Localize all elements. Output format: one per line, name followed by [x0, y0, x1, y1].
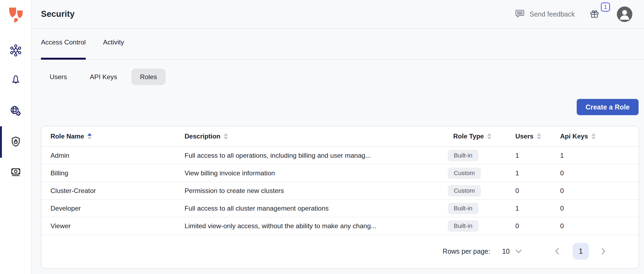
column-header-api-keys[interactable]: Api Keys [560, 133, 639, 140]
subtab-users[interactable]: Users [41, 69, 76, 85]
shield-lock-icon [9, 135, 22, 149]
app-logo-icon[interactable] [7, 5, 24, 23]
next-page-button[interactable] [600, 247, 607, 256]
pagination: Rows per page: 10 1 [42, 235, 639, 267]
table-header-row: Role Name Description Role Type Users Ap… [42, 126, 639, 147]
sort-icon [224, 133, 228, 140]
sidebar-item-alerts[interactable] [0, 67, 31, 92]
cluster-icon [9, 44, 22, 58]
subtab-api-keys[interactable]: API Keys [81, 69, 126, 85]
role-type-badge: Custom [448, 185, 481, 196]
sort-icon [537, 133, 541, 140]
sidebar-item-clusters[interactable] [0, 38, 31, 63]
description-cell: Full access to all operations, including… [185, 152, 453, 159]
create-role-button[interactable]: Create a Role [577, 99, 639, 115]
sidebar-item-network[interactable] [0, 99, 31, 124]
avatar[interactable] [617, 7, 632, 22]
table-row: Admin Full access to all operations, inc… [42, 147, 639, 165]
tab-access-control[interactable]: Access Control [41, 29, 86, 60]
users-count-cell: 1 [515, 169, 560, 177]
sort-icon [487, 133, 491, 140]
table-row: Developer Full access to all cluster man… [42, 200, 639, 217]
subtab-bar: Users API Keys Roles [41, 69, 644, 85]
actions-row: Create a Role [32, 99, 639, 115]
rows-per-page-value: 10 [502, 247, 510, 255]
role-name-cell: Admin [50, 152, 185, 159]
users-count-cell: 0 [515, 222, 560, 230]
send-feedback-label: Send feedback [529, 10, 575, 18]
table-row: Cluster-Creator Permission to create new… [42, 182, 639, 200]
gift-button[interactable]: 1 [589, 8, 600, 20]
previous-page-button[interactable] [554, 247, 561, 256]
globe-gear-icon [9, 105, 22, 119]
description-cell: Limited view-only access, without the ab… [185, 222, 453, 230]
api-keys-count-cell: 0 [560, 222, 639, 230]
tab-bar: Access Control Activity [32, 29, 644, 60]
sidebar-item-security[interactable] [0, 130, 31, 154]
api-keys-count-cell: 0 [560, 205, 639, 212]
sort-icon [591, 133, 596, 140]
column-header-role-name[interactable]: Role Name [50, 133, 185, 140]
api-keys-count-cell: 0 [560, 187, 639, 195]
role-type-badge: Built-in [448, 150, 478, 161]
table-row: Viewer Limited view-only access, without… [42, 217, 639, 235]
rows-per-page-label: Rows per page: [443, 247, 490, 255]
api-keys-count-cell: 1 [560, 152, 639, 159]
main-content: Security Send feedback [32, 0, 644, 274]
role-name-cell: Cluster-Creator [50, 187, 185, 195]
role-name-cell: Developer [50, 205, 185, 212]
page-number-button[interactable]: 1 [573, 243, 589, 260]
banknote-icon [9, 165, 22, 179]
gift-count-badge: 1 [601, 2, 610, 12]
role-type-badge: Built-in [448, 220, 478, 232]
users-count-cell: 1 [515, 152, 560, 159]
users-count-cell: 0 [515, 187, 560, 195]
description-cell: Full access to all cluster management op… [185, 205, 453, 212]
sort-icon [87, 133, 92, 140]
feedback-bubble-icon [514, 8, 525, 20]
bell-icon [9, 73, 22, 87]
sidebar [0, 0, 32, 274]
roles-table-card: Role Name Description Role Type Users Ap… [41, 126, 639, 269]
role-type-badge: Built-in [448, 203, 478, 214]
api-keys-count-cell: 0 [560, 169, 639, 177]
description-cell: View billing invoice information [185, 169, 453, 177]
chevron-down-icon [515, 247, 522, 255]
column-header-users[interactable]: Users [515, 133, 560, 140]
description-cell: Permission to create new clusters [185, 187, 453, 195]
tab-activity[interactable]: Activity [103, 29, 124, 60]
column-header-role-type[interactable]: Role Type [453, 133, 515, 140]
send-feedback-button[interactable]: Send feedback [514, 8, 575, 20]
page-header: Security Send feedback [32, 0, 644, 29]
rows-per-page-select[interactable]: 10 [502, 247, 522, 255]
sidebar-item-billing[interactable] [0, 160, 31, 185]
subtab-roles[interactable]: Roles [131, 69, 166, 85]
role-name-cell: Billing [50, 169, 185, 177]
role-type-badge: Custom [448, 167, 481, 179]
column-header-description[interactable]: Description [185, 133, 453, 140]
users-count-cell: 1 [515, 205, 560, 212]
table-row: Billing View billing invoice information… [42, 165, 639, 182]
page-title: Security [41, 9, 75, 19]
role-name-cell: Viewer [50, 222, 185, 230]
gift-icon [589, 16, 600, 21]
